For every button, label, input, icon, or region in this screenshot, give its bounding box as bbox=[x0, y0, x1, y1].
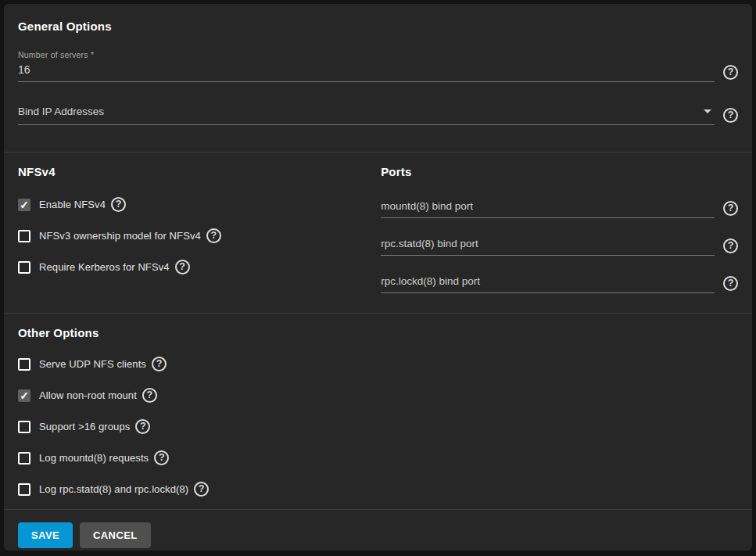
checkbox-row-support-16-groups[interactable]: ✓ Support >16 groups ? bbox=[18, 419, 150, 434]
other-options-title: Other Options bbox=[18, 326, 738, 339]
nfs-settings-card: General Options Number of servers * ? Bi… bbox=[4, 4, 752, 551]
nfsv4-title: NFSv4 bbox=[18, 165, 367, 178]
chevron-down-icon bbox=[704, 109, 711, 113]
checkbox-row-nfsv3-ownership[interactable]: ✓ NFSv3 ownership model for NFSv4 ? bbox=[18, 228, 221, 243]
cancel-button[interactable]: CANCEL bbox=[80, 522, 151, 548]
number-of-servers-label: Number of servers * bbox=[18, 50, 715, 59]
section-nfsv4: NFSv4 ✓ Enable NFSv4 ? ✓ NFSv3 ownership… bbox=[4, 152, 367, 313]
mountd-bind-port-input[interactable] bbox=[381, 200, 715, 218]
number-of-servers-input[interactable] bbox=[18, 63, 715, 82]
section-general-options: General Options Number of servers * ? Bi… bbox=[4, 4, 752, 152]
help-icon[interactable]: ? bbox=[135, 419, 150, 434]
number-of-servers-row: Number of servers * ? bbox=[18, 50, 738, 82]
checkbox-row-log-statd-lockd[interactable]: ✓ Log rpc.statd(8) and rpc.lockd(8) ? bbox=[18, 482, 209, 497]
bind-ip-addresses-select[interactable]: Bind IP Addresses bbox=[18, 106, 715, 125]
section-other-options: Other Options ✓ Serve UDP NFS clients ? … bbox=[4, 314, 752, 509]
checkbox-log-mountd[interactable]: ✓ bbox=[18, 452, 30, 465]
mountd-bind-port-row: ? bbox=[381, 200, 738, 218]
checkbox-row-enable-nfsv4[interactable]: ✓ Enable NFSv4 ? bbox=[18, 197, 126, 212]
actions-area: SAVE CANCEL bbox=[4, 509, 752, 556]
rpc-lockd-bind-port-row: ? bbox=[381, 275, 738, 293]
checkbox-log-statd-lockd[interactable]: ✓ bbox=[18, 483, 30, 496]
checkbox-row-require-kerberos[interactable]: ✓ Require Kerberos for NFSv4 ? bbox=[18, 260, 190, 274]
general-options-title: General Options bbox=[18, 20, 738, 33]
ports-title: Ports bbox=[381, 165, 738, 178]
check-icon: ✓ bbox=[20, 199, 29, 210]
section-ports: Ports ? ? ? bbox=[367, 152, 752, 313]
check-icon: ✓ bbox=[20, 390, 29, 401]
help-icon[interactable]: ? bbox=[723, 108, 738, 123]
save-button[interactable]: SAVE bbox=[18, 522, 73, 548]
help-icon[interactable]: ? bbox=[723, 239, 738, 253]
help-icon[interactable]: ? bbox=[194, 482, 209, 497]
help-icon[interactable]: ? bbox=[111, 197, 126, 212]
help-icon[interactable]: ? bbox=[206, 228, 221, 243]
checkbox-serve-udp[interactable]: ✓ bbox=[18, 358, 30, 371]
checkbox-require-kerberos[interactable]: ✓ bbox=[18, 261, 30, 274]
help-icon[interactable]: ? bbox=[723, 276, 738, 291]
checkbox-support-16-groups[interactable]: ✓ bbox=[18, 421, 30, 433]
rpc-statd-bind-port-row: ? bbox=[381, 238, 738, 256]
checkbox-allow-nonroot[interactable]: ✓ bbox=[18, 389, 30, 402]
checkbox-row-log-mountd[interactable]: ✓ Log mountd(8) requests ? bbox=[18, 450, 169, 465]
checkbox-row-allow-nonroot[interactable]: ✓ Allow non-root mount ? bbox=[18, 388, 157, 403]
help-icon[interactable]: ? bbox=[152, 357, 167, 371]
bind-ip-addresses-placeholder: Bind IP Addresses bbox=[18, 106, 104, 117]
help-icon[interactable]: ? bbox=[154, 450, 169, 465]
bind-ip-addresses-row: Bind IP Addresses ? bbox=[18, 106, 738, 125]
checkbox-nfsv3-ownership[interactable]: ✓ bbox=[18, 230, 30, 242]
help-icon[interactable]: ? bbox=[175, 260, 190, 274]
help-icon[interactable]: ? bbox=[723, 201, 738, 216]
rpc-lockd-bind-port-input[interactable] bbox=[381, 275, 715, 293]
checkbox-enable-nfsv4[interactable]: ✓ bbox=[18, 199, 30, 211]
checkbox-row-serve-udp[interactable]: ✓ Serve UDP NFS clients ? bbox=[18, 357, 167, 371]
help-icon[interactable]: ? bbox=[723, 65, 738, 80]
rpc-statd-bind-port-input[interactable] bbox=[381, 238, 715, 256]
help-icon[interactable]: ? bbox=[142, 388, 157, 403]
